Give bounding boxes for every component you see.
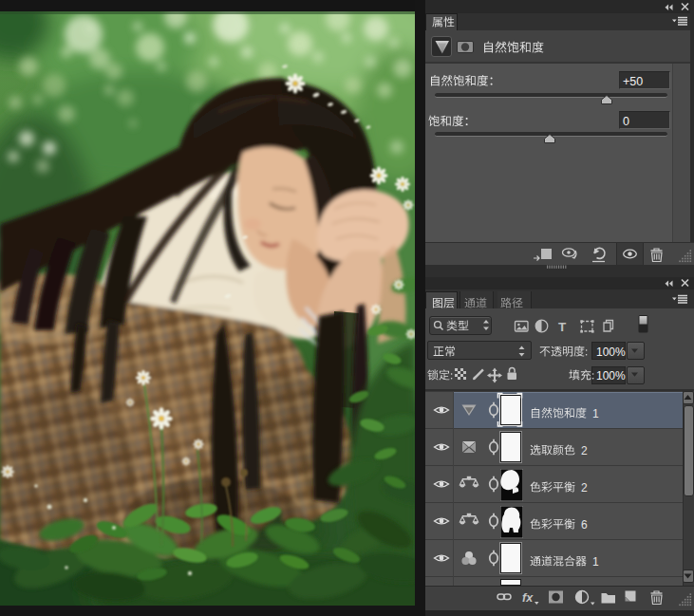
svg-text:0: 0 (623, 115, 629, 128)
svg-text:fx: fx (522, 591, 534, 605)
svg-text:6: 6 (581, 518, 588, 532)
svg-text:100%: 100% (596, 345, 626, 359)
svg-text:T: T (558, 320, 567, 334)
svg-text:+50: +50 (623, 75, 643, 88)
svg-text:2: 2 (581, 481, 588, 495)
svg-text:1: 1 (592, 555, 599, 569)
svg-text:2: 2 (581, 444, 588, 457)
svg-text:1: 1 (592, 407, 599, 420)
svg-text:100%: 100% (596, 369, 626, 383)
